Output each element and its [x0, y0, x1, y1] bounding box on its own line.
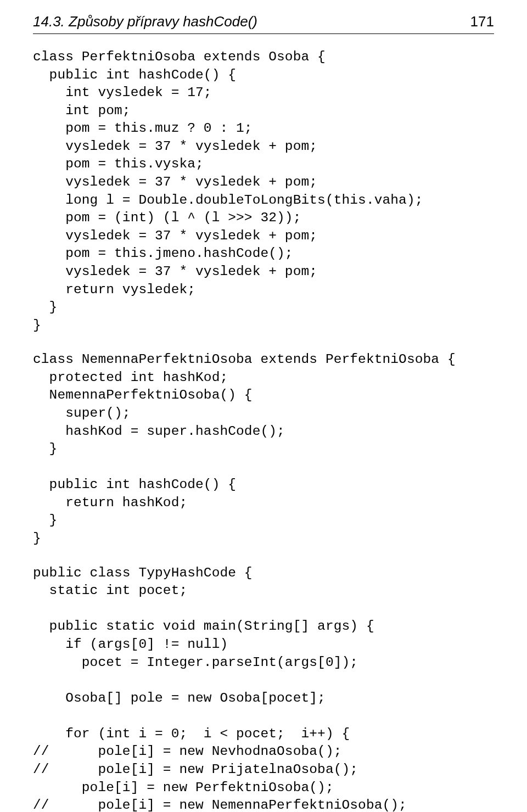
section-title: 14.3. Způsoby přípravy hashCode(): [33, 13, 257, 30]
page-number: 171: [470, 13, 494, 30]
code-listing: class NemennaPerfektniOsoba extends Perf…: [33, 351, 494, 547]
code-block-1: class PerfektniOsoba extends Osoba { pub…: [33, 48, 494, 334]
code-block-3: public class TypyHashCode { static int p…: [33, 564, 494, 812]
page: 14.3. Způsoby přípravy hashCode() 171 cl…: [0, 0, 527, 812]
code-block-2: class NemennaPerfektniOsoba extends Perf…: [33, 351, 494, 547]
code-listing: class PerfektniOsoba extends Osoba { pub…: [33, 48, 494, 334]
code-listing: public class TypyHashCode { static int p…: [33, 564, 494, 812]
page-header: 14.3. Způsoby přípravy hashCode() 171: [33, 13, 494, 34]
